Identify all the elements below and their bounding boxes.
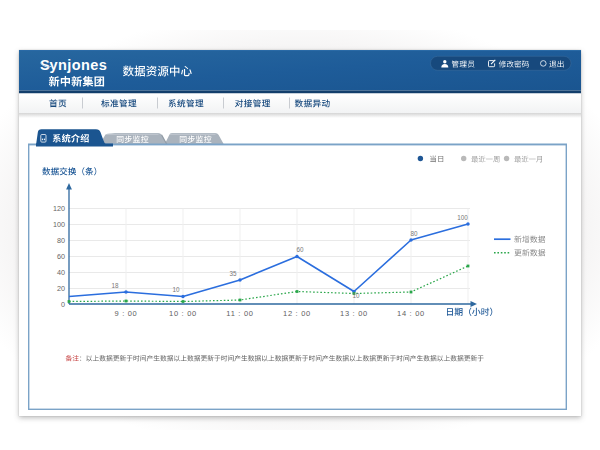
svg-text:60: 60 (296, 246, 304, 253)
svg-text:11 : 00: 11 : 00 (226, 309, 253, 318)
svg-text:80: 80 (57, 236, 65, 245)
svg-text:12 : 00: 12 : 00 (283, 309, 311, 318)
svg-text:80: 80 (410, 230, 418, 237)
svg-text:Synjones: Synjones (40, 57, 107, 73)
svg-text:10 : 00: 10 : 00 (169, 309, 197, 318)
svg-text:20: 20 (57, 284, 65, 293)
svg-text:60: 60 (57, 252, 65, 261)
svg-text:10: 10 (172, 286, 180, 293)
svg-text:10: 10 (352, 292, 360, 299)
svg-text:0: 0 (61, 300, 65, 309)
svg-text:13 : 00: 13 : 00 (340, 309, 368, 318)
svg-text:40: 40 (57, 268, 65, 277)
svg-text:35: 35 (229, 270, 237, 277)
svg-text:120: 120 (53, 204, 65, 213)
svg-text:9 : 00: 9 : 00 (115, 309, 138, 318)
svg-text:18: 18 (111, 282, 119, 289)
svg-text:100: 100 (457, 214, 468, 221)
svg-text:100: 100 (53, 220, 65, 229)
svg-text:14 : 00: 14 : 00 (397, 309, 425, 318)
